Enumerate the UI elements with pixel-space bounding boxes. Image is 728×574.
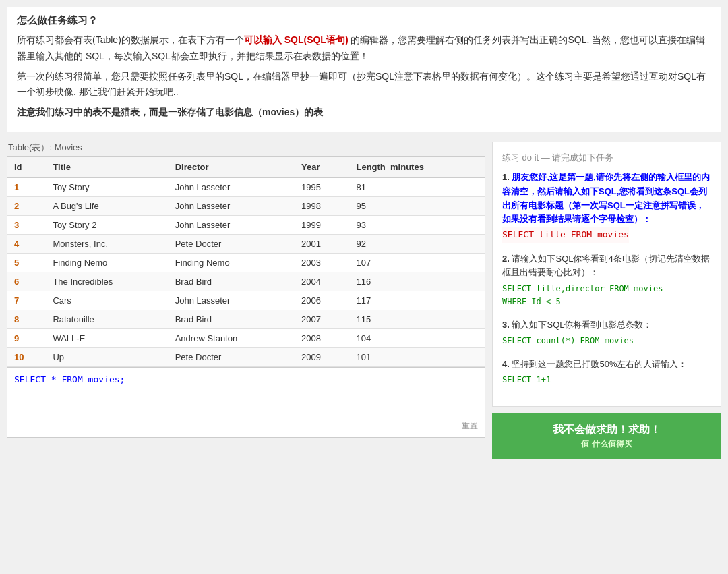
cell-year: 2008 [295, 328, 349, 347]
highlight-sql: 可以输入 SQL(SQL语句) [244, 34, 348, 45]
col-director: Director [169, 157, 295, 177]
col-title: Title [46, 157, 168, 177]
sql-editor-area: 重置 [7, 368, 485, 438]
cell-id: 4 [7, 234, 46, 253]
sql-editor-input[interactable] [7, 368, 485, 435]
cell-title: Toy Story 2 [46, 215, 168, 234]
table-row: 5 Finding Nemo Finding Nemo 2003 107 [7, 253, 485, 272]
cell-length: 101 [349, 347, 485, 366]
table-header-row: Id Title Director Year Length_minutes [7, 157, 485, 177]
cell-id: 7 [7, 291, 46, 310]
reset-button[interactable]: 重置 [462, 420, 478, 432]
cell-id: 1 [7, 177, 46, 197]
help-button-label: 我不会做求助！求助！ [553, 424, 661, 435]
cell-id: 5 [7, 253, 46, 272]
cell-director: Brad Bird [169, 272, 295, 291]
cell-title: A Bug's Life [46, 196, 168, 215]
content-row: Table(表）: Movies Id Title Director Year … [7, 142, 721, 459]
how-to-text: 所有练习都会有表(Table)的数据展示，在表下方有一个可以输入 SQL(SQL… [17, 32, 711, 121]
cell-year: 2003 [295, 253, 349, 272]
cell-year: 2004 [295, 272, 349, 291]
how-to-box: 怎么做任务练习？ 所有练习都会有表(Table)的数据展示，在表下方有一个可以输… [7, 7, 721, 132]
cell-title: Monsters, Inc. [46, 234, 168, 253]
table-row: 1 Toy Story John Lasseter 1995 81 [7, 177, 485, 197]
cell-title: Ratatouille [46, 310, 168, 328]
task-4-text: 坚持到这一题您已打败50%左右的人请输入： [512, 359, 687, 369]
table-row: 4 Monsters, Inc. Pete Docter 2001 92 [7, 234, 485, 253]
cell-length: 81 [349, 177, 485, 197]
cell-length: 117 [349, 291, 485, 310]
cell-length: 104 [349, 328, 485, 347]
cell-year: 1995 [295, 177, 349, 197]
cell-year: 1998 [295, 196, 349, 215]
cell-year: 2009 [295, 347, 349, 366]
cell-year: 2001 [295, 234, 349, 253]
cell-length: 93 [349, 215, 485, 234]
col-length: Length_minutes [349, 157, 485, 177]
how-to-para1: 所有练习都会有表(Table)的数据展示，在表下方有一个可以输入 SQL(SQL… [17, 32, 711, 65]
cell-title: WALL-E [46, 328, 168, 347]
movies-table: Id Title Director Year Length_minutes 1 … [7, 157, 485, 367]
col-id: Id [7, 157, 46, 177]
table-row: 10 Up Pete Docter 2009 101 [7, 347, 485, 366]
cell-id: 6 [7, 272, 46, 291]
task-item-1: 1. 朋友您好,这是第一题,请你先将左侧的输入框里的内容清空，然后请输入如下SQ… [502, 171, 711, 243]
cell-title: The Incredibles [46, 272, 168, 291]
left-panel: Table(表）: Movies Id Title Director Year … [7, 142, 485, 438]
cell-id: 9 [7, 328, 46, 347]
table-row: 9 WALL-E Andrew Stanton 2008 104 [7, 328, 485, 347]
table-row: 6 The Incredibles Brad Bird 2004 116 [7, 272, 485, 291]
cell-length: 107 [349, 253, 485, 272]
cell-title: Finding Nemo [46, 253, 168, 272]
cell-year: 2007 [295, 310, 349, 328]
col-year: Year [295, 157, 349, 177]
cell-director: Brad Bird [169, 310, 295, 328]
task-3-text: 输入如下SQL你将看到电影总条数： [512, 320, 652, 330]
right-panel: 练习 do it — 请完成如下任务 1. 朋友您好,这是第一题,请你先将左侧的… [492, 142, 721, 459]
cell-year: 1999 [295, 215, 349, 234]
task-num-1: 1. [502, 172, 510, 182]
task-2-sql: SELECT title,director FROM moviesWHERE I… [502, 283, 711, 308]
help-button[interactable]: 我不会做求助！求助！ 值 什么值得买 [492, 413, 721, 459]
how-to-para3-text: 注意我们练习中的表不是猫表，而是一张存储了电影信息（movies）的表 [17, 107, 323, 117]
task-panel-title: 练习 do it — 请完成如下任务 [502, 152, 711, 164]
cell-director: John Lasseter [169, 291, 295, 310]
table-scroll[interactable]: Id Title Director Year Length_minutes 1 … [7, 157, 485, 367]
task-4-sql: SELECT 1+1 [502, 374, 711, 386]
table-row: 2 A Bug's Life John Lasseter 1998 95 [7, 196, 485, 215]
cell-length: 95 [349, 196, 485, 215]
table-label: Table(表）: Movies [7, 142, 485, 154]
table-row: 3 Toy Story 2 John Lasseter 1999 93 [7, 215, 485, 234]
cell-director: Finding Nemo [169, 253, 295, 272]
how-to-title: 怎么做任务练习？ [17, 14, 711, 27]
cell-id: 8 [7, 310, 46, 328]
cell-year: 2006 [295, 291, 349, 310]
cell-title: Up [46, 347, 168, 366]
how-to-para2: 第一次的练习很简单，您只需要按照任务列表里的SQL，在编辑器里抄一遍即可（抄完S… [17, 69, 711, 101]
cell-director: Pete Docter [169, 234, 295, 253]
cell-director: John Lasseter [169, 177, 295, 197]
cell-id: 2 [7, 196, 46, 215]
task-num-3: 3. [502, 320, 510, 330]
cell-id: 10 [7, 347, 46, 366]
cell-length: 115 [349, 310, 485, 328]
cell-title: Cars [46, 291, 168, 310]
task-item-4: 4. 坚持到这一题您已打败50%左右的人请输入： SELECT 1+1 [502, 357, 711, 387]
task-2-text: 请输入如下SQL你将看到4条电影（切记先清空数据框且出错要耐心比对）： [502, 254, 710, 278]
cell-title: Toy Story [46, 177, 168, 197]
cell-director: John Lasseter [169, 196, 295, 215]
task-num-2: 2. [502, 254, 510, 264]
cell-director: Pete Docter [169, 347, 295, 366]
task-item-3: 3. 输入如下SQL你将看到电影总条数： SELECT count(*) FRO… [502, 318, 711, 348]
task-1-sql: SELECT title FROM movies [502, 227, 629, 243]
cell-director: Andrew Stanton [169, 328, 295, 347]
table-wrapper: Id Title Director Year Length_minutes 1 … [7, 156, 485, 368]
main-container: 怎么做任务练习？ 所有练习都会有表(Table)的数据展示，在表下方有一个可以输… [0, 0, 728, 466]
table-row: 7 Cars John Lasseter 2006 117 [7, 291, 485, 310]
task-list: 1. 朋友您好,这是第一题,请你先将左侧的输入框里的内容清空，然后请输入如下SQ… [502, 171, 711, 387]
cell-length: 92 [349, 234, 485, 253]
cell-id: 3 [7, 215, 46, 234]
table-row: 8 Ratatouille Brad Bird 2007 115 [7, 310, 485, 328]
cell-director: John Lasseter [169, 215, 295, 234]
task-panel: 练习 do it — 请完成如下任务 1. 朋友您好,这是第一题,请你先将左侧的… [492, 142, 721, 407]
